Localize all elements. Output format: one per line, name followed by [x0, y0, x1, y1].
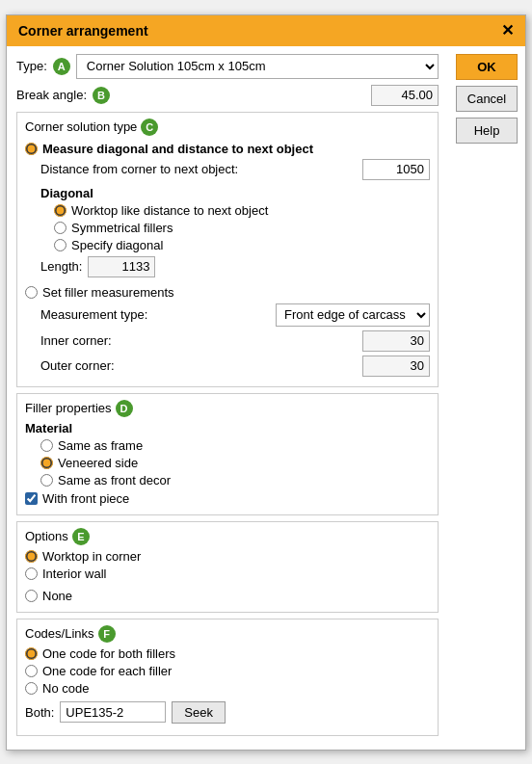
one-code-both-radio[interactable]: [25, 647, 38, 660]
cancel-button[interactable]: Cancel: [456, 86, 518, 112]
diagonal-options: Worktop like distance to next object Sym…: [54, 203, 430, 252]
type-label: Type:: [16, 59, 47, 73]
material-options: Same as frame Veneered side Same as fron…: [40, 438, 430, 487]
length-input[interactable]: [88, 256, 155, 277]
corner-solution-badge: C: [141, 119, 158, 136]
dialog-title: Corner arrangement: [18, 23, 148, 39]
measurement-type-select[interactable]: Front edge of carcass: [276, 303, 430, 327]
same-as-frame-label: Same as frame: [58, 438, 143, 453]
codes-label: Codes/Links: [25, 626, 94, 641]
sidebar-buttons: OK Cancel Help: [448, 46, 525, 750]
outer-corner-label: Outer corner:: [40, 358, 115, 373]
options-label: Options: [25, 529, 68, 543]
none-label: None: [42, 589, 72, 603]
same-as-front-row: Same as front decor: [40, 473, 430, 487]
same-as-frame-radio[interactable]: [40, 439, 53, 452]
codes-badge: F: [98, 625, 116, 643]
corner-solution-section: Corner solution type C Measure diagonal …: [16, 112, 439, 387]
interior-wall-row: Interior wall: [25, 566, 430, 581]
break-angle-label: Break angle:: [16, 88, 87, 102]
measurement-type-label: Measurement type:: [40, 307, 147, 322]
distance-input[interactable]: [362, 159, 430, 180]
corner-solution-title-row: Corner solution type C: [25, 119, 430, 136]
break-angle-input[interactable]: [371, 85, 439, 106]
options-section: Options E Worktop in corner Interior wal…: [16, 521, 439, 613]
interior-wall-radio[interactable]: [25, 567, 38, 580]
specify-radio-label: Specify diagonal: [71, 238, 163, 252]
worktop-radio[interactable]: [54, 204, 66, 217]
inner-corner-label: Inner corner:: [40, 333, 112, 348]
measure-diagonal-row: Measure diagonal and distance to next ob…: [25, 142, 430, 156]
measure-diagonal-label: Measure diagonal and distance to next ob…: [42, 142, 313, 156]
codes-title-row: Codes/Links F: [25, 625, 430, 643]
specify-radio[interactable]: [54, 239, 66, 251]
measurement-type-row: Measurement type: Front edge of carcass: [40, 303, 430, 327]
title-bar: Corner arrangement ✕: [7, 15, 525, 46]
worktop-radio-row: Worktop like distance to next object: [54, 203, 430, 218]
with-front-piece-row: With front piece: [25, 491, 430, 506]
with-front-piece-checkbox[interactable]: [25, 492, 38, 505]
both-row: Both: Seek: [25, 701, 430, 724]
distance-label: Distance from corner to next object:: [40, 162, 238, 176]
filler-properties-section: Filler properties D Material Same as fra…: [16, 393, 439, 515]
help-button[interactable]: Help: [456, 118, 518, 144]
specify-radio-row: Specify diagonal: [54, 238, 430, 252]
length-label: Length:: [40, 259, 82, 274]
material-label: Material: [25, 421, 430, 435]
symmetrical-radio-label: Symmetrical fillers: [71, 221, 173, 235]
one-code-each-row: One code for each filler: [25, 664, 430, 678]
one-code-both-row: One code for both fillers: [25, 646, 430, 661]
worktop-corner-radio[interactable]: [25, 550, 38, 563]
ok-button[interactable]: OK: [456, 54, 518, 80]
both-label: Both:: [25, 705, 54, 720]
no-code-row: No code: [25, 681, 430, 696]
one-code-each-radio[interactable]: [25, 665, 38, 677]
diagonal-header: Diagonal: [40, 186, 430, 200]
filler-props-label: Filler properties: [25, 401, 112, 415]
break-angle-badge: B: [93, 87, 110, 104]
symmetrical-radio[interactable]: [54, 222, 66, 234]
same-as-front-label: Same as front decor: [58, 473, 171, 487]
seek-button[interactable]: Seek: [172, 701, 226, 724]
distance-row: Distance from corner to next object:: [40, 159, 430, 180]
options-badge: E: [72, 528, 90, 545]
set-filler-label: Set filler measurements: [42, 285, 174, 300]
filler-props-title-row: Filler properties D: [25, 400, 430, 417]
both-input[interactable]: [60, 701, 166, 723]
worktop-corner-row: Worktop in corner: [25, 549, 430, 564]
length-row: Length:: [40, 256, 430, 277]
corner-solution-label: Corner solution type: [25, 119, 137, 134]
measure-diagonal-radio[interactable]: [25, 143, 38, 155]
dialog: Corner arrangement ✕ Type: A Corner Solu…: [6, 14, 526, 751]
measure-diagonal-content: Distance from corner to next object: Dia…: [40, 159, 430, 277]
outer-corner-input[interactable]: [362, 356, 430, 377]
inner-corner-row: Inner corner:: [40, 330, 430, 352]
none-radio[interactable]: [25, 590, 38, 602]
no-code-radio[interactable]: [25, 682, 38, 695]
inner-corner-input[interactable]: [362, 330, 430, 352]
filler-props-badge: D: [116, 400, 133, 417]
main-content: Type: A Corner Solution 105cm x 105cm Br…: [7, 46, 448, 750]
none-row: None: [25, 589, 430, 603]
outer-corner-row: Outer corner:: [40, 356, 430, 377]
worktop-corner-label: Worktop in corner: [42, 549, 141, 564]
break-angle-row: Break angle: B: [16, 85, 439, 106]
close-button[interactable]: ✕: [501, 23, 514, 39]
veneered-side-row: Veneered side: [40, 456, 430, 470]
options-title-row: Options E: [25, 528, 430, 545]
worktop-radio-label: Worktop like distance to next object: [71, 203, 268, 218]
no-code-label: No code: [42, 681, 89, 696]
type-dropdown[interactable]: Corner Solution 105cm x 105cm: [76, 54, 439, 79]
with-front-piece-label: With front piece: [42, 491, 129, 506]
veneered-side-label: Veneered side: [58, 456, 138, 470]
veneered-side-radio[interactable]: [40, 457, 53, 469]
one-code-each-label: One code for each filler: [42, 664, 172, 678]
type-row: Type: A Corner Solution 105cm x 105cm: [16, 54, 439, 79]
type-badge: A: [53, 58, 70, 75]
one-code-both-label: One code for both fillers: [42, 646, 175, 661]
set-filler-radio-row: Set filler measurements: [25, 285, 430, 300]
set-filler-section: Set filler measurements Measurement type…: [25, 285, 430, 377]
set-filler-radio[interactable]: [25, 286, 38, 299]
same-as-front-radio[interactable]: [40, 474, 53, 487]
same-as-frame-row: Same as frame: [40, 438, 430, 453]
